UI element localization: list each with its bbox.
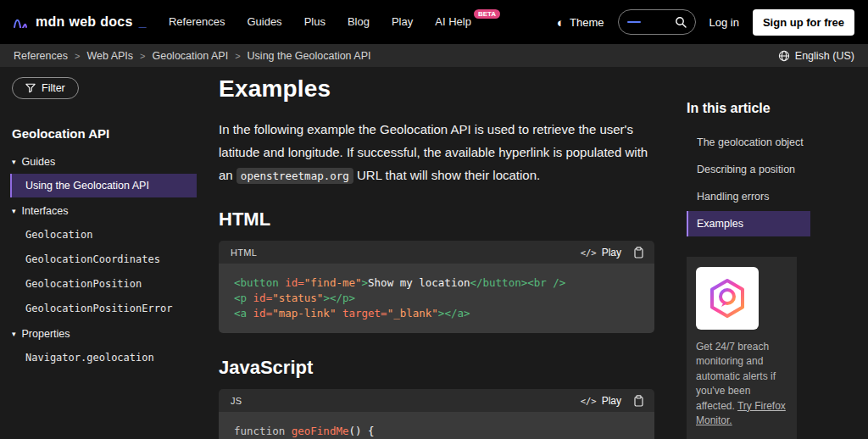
- sidebar-section-toggle-interfaces[interactable]: ▾Interfaces: [10, 198, 197, 222]
- breadcrumb-link-geolocation-api[interactable]: Geolocation API: [152, 50, 228, 62]
- html-copy-button[interactable]: [633, 247, 644, 258]
- logo-text: mdn web docs: [36, 14, 133, 30]
- html-code-example: HTML </> Play <button id="find-me">Show …: [219, 241, 654, 333]
- mdn-logo-mark-icon: [14, 16, 31, 28]
- code-line: <p id="status"></p>: [234, 291, 639, 306]
- play-label: Play: [602, 395, 621, 407]
- toc-item-handling-errors[interactable]: Handling errors: [687, 184, 860, 209]
- html-code-block: <button id="find-me">Show my location</b…: [219, 264, 654, 333]
- nav-right-group: ◐ Theme Log in Sign up for free: [557, 9, 854, 36]
- play-code-icon: </>: [581, 396, 597, 406]
- html-play-button[interactable]: </> Play: [581, 247, 621, 258]
- sidebar-item-geolocationpositionerror[interactable]: GeolocationPositionError: [10, 297, 197, 320]
- breadcrumb-link-web-apis[interactable]: Web APIs: [86, 50, 133, 62]
- js-code-header: JS </> Play: [219, 389, 654, 412]
- breadcrumb-bar: References>Web APIs>Geolocation API>Usin…: [0, 44, 868, 67]
- sidebar-item-geolocation[interactable]: Geolocation: [10, 223, 197, 247]
- sidebar-section-label: Properties: [22, 328, 70, 340]
- theme-label: Theme: [570, 16, 604, 29]
- sidebar-sections: ▾GuidesUsing the Geolocation API▾Interfa…: [10, 149, 197, 370]
- top-navigation: mdn web docs_ ReferencesGuidesPlusBlogPl…: [0, 0, 868, 44]
- ad-text: Get 24/7 breach monitoring and automatic…: [696, 340, 787, 428]
- play-code-icon: </>: [581, 247, 597, 258]
- mdn-logo[interactable]: mdn web docs_: [14, 14, 147, 30]
- js-code-block: function geoFindMe() { const status = do…: [219, 412, 654, 439]
- filter-funnel-icon: [25, 83, 36, 93]
- code-line: function geoFindMe() {: [234, 424, 639, 439]
- sidebar-item-geolocationcoordinates[interactable]: GeolocationCoordinates: [10, 247, 197, 271]
- logo-cursor: _: [139, 14, 147, 30]
- sidebar-section-toggle-guides[interactable]: ▾Guides: [10, 149, 197, 173]
- theme-icon: ◐: [557, 16, 565, 29]
- beta-badge: BETA: [474, 9, 500, 19]
- language-label: English (US): [795, 50, 854, 62]
- nav-item-play[interactable]: Play: [392, 15, 413, 28]
- play-label: Play: [602, 247, 621, 258]
- table-of-contents: The geolocation objectDescribing a posit…: [687, 130, 860, 236]
- toc-item-the-geolocation-object[interactable]: The geolocation object: [687, 130, 860, 155]
- js-code-example: JS </> Play function geoFindMe() { const…: [219, 389, 654, 439]
- breadcrumb-separator: >: [75, 51, 80, 61]
- breadcrumb-separator: >: [235, 51, 240, 61]
- copy-clipboard-icon: [633, 395, 644, 407]
- js-code-language-label: JS: [231, 396, 242, 406]
- chevron-down-icon: ▾: [12, 207, 16, 215]
- code-line: <button id="find-me">Show my location</b…: [234, 275, 639, 291]
- intro-paragraph: In the following example the Geolocation…: [219, 118, 654, 186]
- nav-item-references[interactable]: References: [169, 15, 225, 28]
- language-switcher[interactable]: English (US): [778, 50, 854, 62]
- left-sidebar: Filter Geolocation API ▾GuidesUsing the …: [0, 67, 205, 439]
- site-search-input[interactable]: [618, 9, 696, 35]
- intro-text-after: URL that will show their location.: [353, 168, 540, 182]
- breadcrumb-link-using-the-geolocation-api[interactable]: Using the Geolocation API: [248, 50, 371, 62]
- search-caret: [627, 21, 641, 23]
- inline-code-openstreetmap: openstreetmap.org: [236, 168, 353, 184]
- breadcrumb-link-references[interactable]: References: [14, 50, 68, 62]
- js-copy-button[interactable]: [633, 395, 644, 407]
- toc-title: In this article: [687, 101, 860, 116]
- sidebar-section-toggle-properties[interactable]: ▾Properties: [10, 321, 197, 345]
- sidebar-title: Geolocation API: [12, 126, 197, 141]
- firefox-monitor-logo[interactable]: [696, 267, 759, 330]
- sidebar-section-label: Guides: [22, 156, 56, 168]
- filter-label: Filter: [42, 82, 65, 94]
- login-link[interactable]: Log in: [709, 16, 739, 29]
- sponsor-ad-card: Get 24/7 breach monitoring and automatic…: [687, 257, 797, 439]
- sidebar-section-label: Interfaces: [22, 205, 69, 217]
- html-section-heading: HTML: [219, 208, 654, 231]
- globe-icon: [778, 50, 790, 62]
- html-code-language-label: HTML: [231, 247, 257, 258]
- copy-clipboard-icon: [633, 247, 644, 258]
- nav-item-guides[interactable]: Guides: [247, 15, 281, 28]
- chevron-down-icon: ▾: [12, 158, 16, 166]
- signup-button[interactable]: Sign up for free: [753, 9, 854, 36]
- main-menu: ReferencesGuidesPlusBlogPlayAI HelpBETA: [169, 15, 500, 28]
- nav-item-ai-help[interactable]: AI HelpBETA: [435, 15, 500, 28]
- toc-item-describing-a-position[interactable]: Describing a position: [687, 157, 860, 182]
- toc-item-examples[interactable]: Examples: [687, 211, 810, 236]
- sidebar-item-using-the-geolocation-api[interactable]: Using the Geolocation API: [10, 174, 197, 197]
- article-content: Examples In the following example the Ge…: [205, 67, 687, 439]
- sidebar-item-geolocationposition[interactable]: GeolocationPosition: [10, 272, 197, 296]
- sidebar-item-navigator-geolocation[interactable]: Navigator.geolocation: [10, 346, 197, 370]
- breadcrumb-separator: >: [140, 51, 145, 61]
- nav-item-plus[interactable]: Plus: [304, 15, 326, 28]
- js-section-heading: JavaScript: [219, 357, 654, 379]
- js-play-button[interactable]: </> Play: [581, 395, 621, 407]
- code-line: <a id="map-link" target="_blank"></a>: [234, 306, 639, 321]
- breadcrumb: References>Web APIs>Geolocation API>Usin…: [14, 50, 371, 62]
- search-icon: [675, 16, 687, 28]
- nav-item-blog[interactable]: Blog: [348, 15, 370, 28]
- chevron-down-icon: ▾: [12, 330, 16, 338]
- html-code-header: HTML </> Play: [219, 241, 654, 264]
- firefox-monitor-logo-icon: [707, 278, 748, 319]
- right-rail: In this article The geolocation objectDe…: [687, 67, 868, 439]
- theme-toggle-button[interactable]: ◐ Theme: [557, 16, 604, 29]
- page-title: Examples: [219, 75, 654, 103]
- sidebar-filter-button[interactable]: Filter: [12, 77, 79, 99]
